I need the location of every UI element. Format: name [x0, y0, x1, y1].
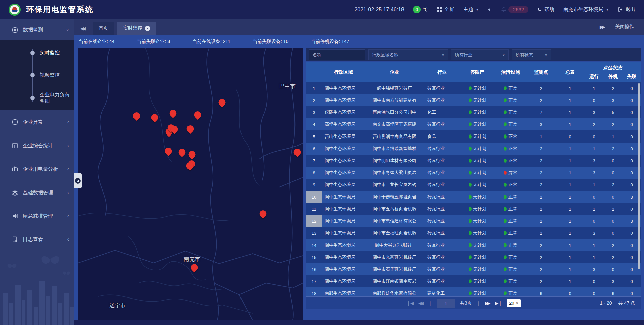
status-dot-icon: [504, 243, 507, 247]
sidebar-item-3[interactable]: 企业用电量分析‹: [0, 157, 74, 181]
cell-pollution-facility: 正常: [494, 130, 527, 143]
map-panel[interactable]: 巴中市南充市遂宁市: [78, 48, 303, 320]
row-index: 9: [306, 179, 322, 191]
fullscreen-button[interactable]: 全屏: [437, 6, 454, 13]
row-index: 16: [306, 263, 322, 275]
table-row[interactable]: 9阆中生态环境局阆中市二龙长宝页岩砖砖瓦行业无计划正常21120: [306, 179, 641, 191]
notification-area[interactable]: 2632: [501, 6, 528, 13]
status-dot-icon: [504, 231, 507, 235]
tab-1[interactable]: 实时监控×: [117, 22, 156, 35]
table-row[interactable]: 18南部生态环境局南部县雄华水泥有限公建材化工无计划正常60060: [306, 287, 641, 296]
cell-region: 阆中生态环境局: [322, 191, 365, 203]
table-row[interactable]: 15阆中生态环境局阆中市光富页岩机砖厂砖瓦行业无计划正常21120: [306, 251, 641, 263]
cell-stop: 2: [604, 82, 623, 94]
chevron-left-icon: ‹: [67, 213, 69, 219]
sidebar-item-label: 企业综合统计: [23, 143, 53, 149]
data-monitor-icon: [11, 26, 19, 33]
sidebar-item-4[interactable]: 基础数据管理‹: [0, 181, 74, 204]
cell-stop: 2: [604, 118, 623, 130]
sidebar-item-0[interactable]: 数据监测∨: [0, 19, 74, 40]
sidebar-item-6[interactable]: 日志查看‹: [0, 228, 74, 251]
chevron-down-icon: ∨: [66, 28, 69, 32]
next-page-button[interactable]: ▶▶: [485, 301, 490, 306]
row-index: 18: [306, 287, 322, 296]
sidebar-item-label: 应急减排管理: [23, 213, 53, 219]
city-label: 巴中市: [279, 83, 296, 90]
table-row[interactable]: 4高坪生态环境局南充市高坪区王家店建砖瓦行业无计划正常31220: [306, 118, 641, 130]
table-row[interactable]: 16阆中生态环境局阆中市石子页岩机砖厂砖瓦行业无计划正常21300: [306, 263, 641, 275]
table-row[interactable]: 13阆中生态环境局阆中市金福旺页岩机砖砖瓦行业无计划正常21300: [306, 227, 641, 239]
tabs-scroll-right-button[interactable]: ▶▶: [600, 24, 605, 30]
row-index: 17: [306, 275, 322, 287]
row-index: 3: [306, 106, 322, 118]
cell-pollution-facility-label: 正常: [508, 133, 517, 140]
page-size-select[interactable]: 20 ∨: [507, 299, 521, 307]
first-page-button[interactable]: ❘◀: [407, 301, 414, 306]
table-row[interactable]: 8阆中生态环境局阆中市枣碧大梁山页岩砖瓦行业无计划异常21300: [306, 167, 641, 179]
col-subheader-2: 失联: [623, 71, 641, 82]
sidebar-subitem-0-1[interactable]: 视频监控: [0, 64, 74, 87]
table-row[interactable]: 5营山生态环境局营山县润丰肉食品有限食品无计划正常10010: [306, 130, 641, 143]
table-row[interactable]: 3仪陇生态环境局西南油气田分公司川中化工无计划正常71350: [306, 106, 641, 118]
table-row[interactable]: 11阆中生态环境局阆中市五马桥页岩机砖砖瓦行业无计划正常21120: [306, 203, 641, 215]
close-operations-button[interactable]: 关闭操作: [615, 24, 634, 30]
cell-points: 2: [527, 239, 555, 251]
tab-0[interactable]: 首页: [93, 22, 114, 35]
table-row[interactable]: 7阆中生态环境局阆中明阳建材有限公司砖瓦行业无计划正常21300: [306, 155, 641, 167]
table-row[interactable]: 17阆中生态环境局阆中市江南镇阆南页岩砖瓦行业无计划正常21030: [306, 275, 641, 287]
table-scrollbar-thumb[interactable]: [638, 83, 640, 269]
tabs-scroll-left-button[interactable]: ◀◀: [74, 22, 93, 35]
sidebar-item-5[interactable]: 应急减排管理‹: [0, 204, 74, 228]
sidebar-subitem-0-2[interactable]: 企业电力负荷明细: [0, 87, 74, 109]
org-menu[interactable]: 南充市生态环境局 ▼: [563, 6, 609, 13]
fullscreen-icon: [437, 7, 442, 12]
chevron-down-icon: ∨: [502, 53, 505, 57]
table-row[interactable]: 10阆中生态环境局阆中千佛镇五郎垭页岩砖瓦行业无计划正常21003: [306, 191, 641, 203]
industry-select[interactable]: 所有行业 ∨: [451, 49, 509, 60]
close-icon[interactable]: ×: [145, 26, 150, 31]
cell-company: 阆中市南方节能建材有: [365, 94, 424, 106]
cell-pollution-facility-label: 异常: [508, 170, 517, 176]
cell-run: 3: [584, 167, 604, 179]
status-select[interactable]: 所有状态 ∨: [512, 49, 551, 60]
cell-industry: 化工: [424, 106, 460, 118]
table-row[interactable]: 12阆中生态环境局阆中市忠信建材有限公砖瓦行业无计划正常21003: [306, 215, 641, 227]
theme-button[interactable]: 主题 ▼: [463, 6, 479, 13]
cell-run: 0: [584, 191, 604, 203]
last-page-button[interactable]: ▶❘: [495, 301, 502, 306]
col-header-2: 行业: [424, 62, 460, 82]
table-row[interactable]: 1阆中生态环境局阆中强锐页岩砖厂砖瓦行业无计划正常21120: [306, 82, 641, 94]
cell-pollution-facility: 正常: [494, 143, 527, 155]
sound-toggle[interactable]: [488, 7, 492, 12]
cell-region: 阆中生态环境局: [322, 155, 365, 167]
region-select[interactable]: 行政区域名称 ∨: [368, 49, 448, 60]
logout-button[interactable]: 退出: [618, 6, 635, 13]
page-number-input[interactable]: 1: [437, 299, 455, 308]
sidebar-item-1[interactable]: 企业异常‹: [0, 110, 74, 134]
name-search-input[interactable]: 名称: [309, 49, 365, 60]
table-row[interactable]: 14阆中生态环境局阆中大兴页岩机砖厂砖瓦行业无计划正常21120: [306, 239, 641, 251]
pagination-controls: ❘◀ ◀◀ ❘ 1 共3页 ❘ ▶▶ ▶❘ 20 ∨: [407, 299, 521, 308]
cell-company: 阆中市五马桥页岩机砖: [365, 203, 424, 215]
status-dot-icon: [504, 255, 507, 259]
help-button[interactable]: 帮助: [537, 6, 554, 13]
status-dot-icon: [469, 159, 472, 163]
cell-stop: 3: [604, 275, 623, 287]
city-label: 南充市: [184, 256, 200, 263]
table-row[interactable]: 6阆中生态环境局阆中市金博瑞新型墙材砖瓦行业无计划正常21120: [306, 143, 641, 155]
sidebar-item-label: 基础数据管理: [23, 189, 53, 196]
table-row[interactable]: 2阆中生态环境局阆中市南方节能建材有砖瓦行业无计划正常21030: [306, 94, 641, 106]
bullet-dot-icon: [30, 73, 35, 77]
prev-page-button[interactable]: ◀◀: [418, 301, 424, 306]
cell-points: 2: [527, 251, 555, 263]
cell-run: 0: [584, 287, 604, 296]
map-collapse-handle[interactable]: ◀: [74, 173, 82, 188]
cell-pollution-facility: 异常: [494, 167, 527, 179]
sidebar-item-2[interactable]: 企业综合统计‹: [0, 134, 74, 157]
cell-pollution-facility: 正常: [494, 155, 527, 167]
cell-industry: 砖瓦行业: [424, 82, 460, 94]
chevron-left-icon: ‹: [67, 166, 69, 172]
sidebar-subitem-0-0[interactable]: 实时监控: [0, 42, 74, 64]
cell-points: 2: [527, 203, 555, 215]
status-dot-icon: [469, 98, 472, 102]
